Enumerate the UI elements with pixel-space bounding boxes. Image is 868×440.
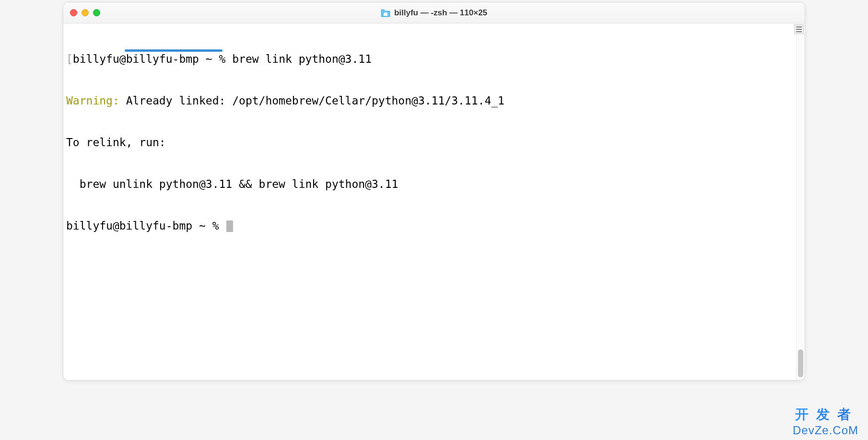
close-button[interactable]: [70, 9, 77, 16]
terminal-line-3: To relink, run:: [66, 136, 802, 150]
watermark-line2: DevZe.CoM: [793, 424, 858, 437]
scrollbar-track[interactable]: [796, 23, 805, 380]
home-folder-icon: [381, 9, 390, 17]
window-title: billyfu — -zsh — 110×25: [394, 8, 487, 18]
watermark-line1: 开发者: [793, 405, 858, 424]
shell-prompt: billyfu@billyfu-bmp ~ %: [73, 53, 232, 65]
command-text: brew link python@3.11: [232, 53, 372, 65]
cursor: [226, 220, 233, 232]
traffic-lights: [70, 9, 100, 16]
warning-label: Warning:: [66, 94, 119, 107]
terminal-line-5: billyfu@billyfu-bmp ~ %: [66, 219, 802, 233]
title-area: billyfu — -zsh — 110×25: [63, 8, 805, 18]
scrollbar-thumb[interactable]: [798, 349, 803, 377]
underline-annotation: [125, 49, 223, 52]
terminal-window: billyfu — -zsh — 110×25 [billyfu@billyfu…: [63, 2, 805, 381]
watermark: 开发者 DevZe.CoM: [793, 405, 858, 437]
maximize-button[interactable]: [93, 9, 100, 16]
corner-icon: ☰: [794, 24, 804, 34]
warning-text: Already linked: /opt/homebrew/Cellar/pyt…: [119, 94, 504, 107]
terminal-line-4: brew unlink python@3.11 && brew link pyt…: [66, 177, 802, 191]
shell-prompt: billyfu@billyfu-bmp ~ %: [66, 220, 225, 232]
terminal-line-1: [billyfu@billyfu-bmp ~ % brew link pytho…: [66, 52, 802, 66]
titlebar[interactable]: billyfu — -zsh — 110×25: [63, 2, 805, 23]
minimize-button[interactable]: [82, 9, 89, 16]
terminal-content[interactable]: [billyfu@billyfu-bmp ~ % brew link pytho…: [63, 23, 805, 380]
terminal-line-2: Warning: Already linked: /opt/homebrew/C…: [66, 94, 802, 108]
prompt-bracket: [: [66, 53, 73, 65]
